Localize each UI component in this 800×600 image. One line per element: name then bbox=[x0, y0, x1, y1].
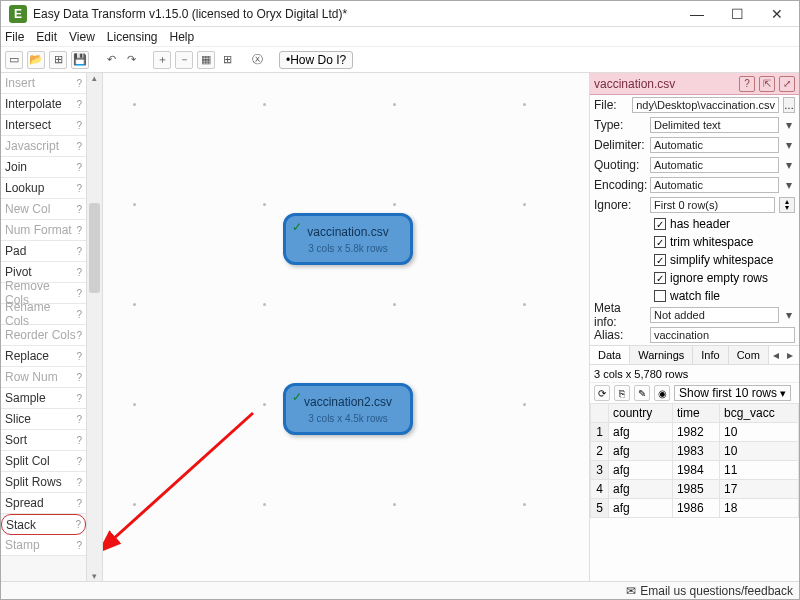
tab-warnings[interactable]: Warnings bbox=[630, 346, 693, 364]
view-icon[interactable]: ◉ bbox=[654, 385, 670, 401]
scrollbar-up-icon[interactable]: ▴ bbox=[87, 73, 102, 83]
redo-icon[interactable]: ↷ bbox=[123, 51, 139, 69]
transform-insert[interactable]: Insert? bbox=[1, 73, 86, 94]
canvas-node[interactable]: ✓vaccination.csv3 cols x 5.8k rows bbox=[283, 213, 413, 265]
delimiter-select[interactable]: Automatic bbox=[650, 137, 779, 153]
show-rows-select[interactable]: Show first 10 rows ▾ bbox=[674, 385, 791, 401]
help-icon[interactable]: ? bbox=[76, 540, 82, 551]
table-row[interactable]: 4afg198517 bbox=[591, 480, 799, 499]
tab-comments[interactable]: Com bbox=[729, 346, 769, 364]
link-icon[interactable]: ⇱ bbox=[759, 76, 775, 92]
mail-icon[interactable]: ✉ bbox=[626, 584, 636, 598]
canvas-node[interactable]: ✓vaccination2.csv3 cols x 4.5k rows bbox=[283, 383, 413, 435]
ignore-field[interactable]: First 0 row(s) bbox=[650, 197, 775, 213]
copy-icon[interactable]: ⎘ bbox=[614, 385, 630, 401]
encoding-select[interactable]: Automatic bbox=[650, 177, 779, 193]
help-icon[interactable]: ? bbox=[76, 372, 82, 383]
how-do-i-button[interactable]: •How Do I? bbox=[279, 51, 353, 69]
ignore-stepper[interactable]: ▴▾ bbox=[779, 197, 795, 213]
help-icon[interactable]: ? bbox=[76, 267, 82, 278]
option-trim-whitespace[interactable]: ✓trim whitespace bbox=[590, 233, 799, 251]
table-row[interactable]: 2afg198310 bbox=[591, 442, 799, 461]
transform-pad[interactable]: Pad? bbox=[1, 241, 86, 262]
transform-interpolate[interactable]: Interpolate? bbox=[1, 94, 86, 115]
refresh-icon[interactable]: ⟳ bbox=[594, 385, 610, 401]
help-icon[interactable]: ? bbox=[76, 225, 82, 236]
transform-sort[interactable]: Sort? bbox=[1, 430, 86, 451]
tabs-scroll-right-icon[interactable]: ▸ bbox=[783, 346, 797, 364]
dropdown-icon[interactable]: ▾ bbox=[783, 118, 795, 132]
menu-view[interactable]: View bbox=[69, 30, 95, 44]
help-icon[interactable]: ? bbox=[76, 414, 82, 425]
transform-rename-cols[interactable]: Rename Cols? bbox=[1, 304, 86, 325]
help-icon[interactable]: ? bbox=[76, 246, 82, 257]
menu-edit[interactable]: Edit bbox=[36, 30, 57, 44]
checkbox-icon[interactable] bbox=[654, 290, 666, 302]
alias-field[interactable]: vaccination bbox=[650, 327, 795, 343]
transform-intersect[interactable]: Intersect? bbox=[1, 115, 86, 136]
help-icon[interactable]: ? bbox=[75, 519, 81, 530]
transform-stack[interactable]: Stack? bbox=[1, 514, 86, 535]
transform-num-format[interactable]: Num Format? bbox=[1, 220, 86, 241]
table-row[interactable]: 3afg198411 bbox=[591, 461, 799, 480]
sidebar-scrollbar[interactable]: ▴ ▾ bbox=[87, 73, 103, 581]
zoom-out-icon[interactable]: － bbox=[175, 51, 193, 69]
help-icon[interactable]: ? bbox=[76, 162, 82, 173]
minimize-button[interactable]: — bbox=[677, 6, 717, 22]
help-icon[interactable]: ? bbox=[76, 477, 82, 488]
edit-icon[interactable]: ✎ bbox=[634, 385, 650, 401]
cancel-run-icon[interactable]: ⓧ bbox=[249, 51, 265, 69]
zoom-fit-icon[interactable]: ▦ bbox=[197, 51, 215, 69]
help-icon[interactable]: ? bbox=[76, 351, 82, 362]
help-icon[interactable]: ? bbox=[76, 435, 82, 446]
dropdown-icon[interactable]: ▾ bbox=[783, 138, 795, 152]
dropdown-icon[interactable]: ▾ bbox=[783, 308, 795, 322]
transform-split-col[interactable]: Split Col? bbox=[1, 451, 86, 472]
maximize-button[interactable]: ☐ bbox=[717, 6, 757, 22]
tabs-scroll-left-icon[interactable]: ◂ bbox=[769, 346, 783, 364]
transform-slice[interactable]: Slice? bbox=[1, 409, 86, 430]
column-header[interactable]: country bbox=[609, 404, 673, 423]
help-icon[interactable]: ? bbox=[76, 330, 82, 341]
tab-info[interactable]: Info bbox=[693, 346, 728, 364]
transform-sample[interactable]: Sample? bbox=[1, 388, 86, 409]
new-file-icon[interactable]: ▭ bbox=[5, 51, 23, 69]
menu-file[interactable]: File bbox=[5, 30, 24, 44]
help-icon[interactable]: ? bbox=[76, 456, 82, 467]
help-icon[interactable]: ? bbox=[76, 498, 82, 509]
dropdown-icon[interactable]: ▾ bbox=[783, 158, 795, 172]
table-row[interactable]: 1afg198210 bbox=[591, 423, 799, 442]
help-icon[interactable]: ? bbox=[76, 120, 82, 131]
help-icon[interactable]: ? bbox=[739, 76, 755, 92]
menu-help[interactable]: Help bbox=[170, 30, 195, 44]
checkbox-icon[interactable]: ✓ bbox=[654, 254, 666, 266]
column-header[interactable]: time bbox=[672, 404, 719, 423]
help-icon[interactable]: ? bbox=[76, 393, 82, 404]
transform-reorder-cols[interactable]: Reorder Cols? bbox=[1, 325, 86, 346]
transform-row-num[interactable]: Row Num? bbox=[1, 367, 86, 388]
file-browse-button[interactable]: … bbox=[783, 97, 795, 113]
add-folder-icon[interactable]: ⊞ bbox=[49, 51, 67, 69]
transform-replace[interactable]: Replace? bbox=[1, 346, 86, 367]
transform-lookup[interactable]: Lookup? bbox=[1, 178, 86, 199]
type-select[interactable]: Delimited text bbox=[650, 117, 779, 133]
column-header[interactable]: bcg_vacc bbox=[720, 404, 799, 423]
option-simplify-whitespace[interactable]: ✓simplify whitespace bbox=[590, 251, 799, 269]
table-row[interactable]: 5afg198618 bbox=[591, 499, 799, 518]
canvas[interactable]: ✓vaccination.csv3 cols x 5.8k rows✓vacci… bbox=[103, 73, 589, 581]
help-icon[interactable]: ? bbox=[76, 309, 82, 320]
help-icon[interactable]: ? bbox=[76, 204, 82, 215]
transform-spread[interactable]: Spread? bbox=[1, 493, 86, 514]
undo-icon[interactable]: ↶ bbox=[103, 51, 119, 69]
transform-split-rows[interactable]: Split Rows? bbox=[1, 472, 86, 493]
scrollbar-down-icon[interactable]: ▾ bbox=[87, 571, 102, 581]
checkbox-icon[interactable]: ✓ bbox=[654, 236, 666, 248]
expand-icon[interactable]: ⤢ bbox=[779, 76, 795, 92]
help-icon[interactable]: ? bbox=[76, 99, 82, 110]
help-icon[interactable]: ? bbox=[76, 288, 82, 299]
zoom-in-icon[interactable]: ＋ bbox=[153, 51, 171, 69]
transform-stamp[interactable]: Stamp? bbox=[1, 535, 86, 556]
checkbox-icon[interactable]: ✓ bbox=[654, 272, 666, 284]
transform-join[interactable]: Join? bbox=[1, 157, 86, 178]
transform-javascript[interactable]: Javascript? bbox=[1, 136, 86, 157]
